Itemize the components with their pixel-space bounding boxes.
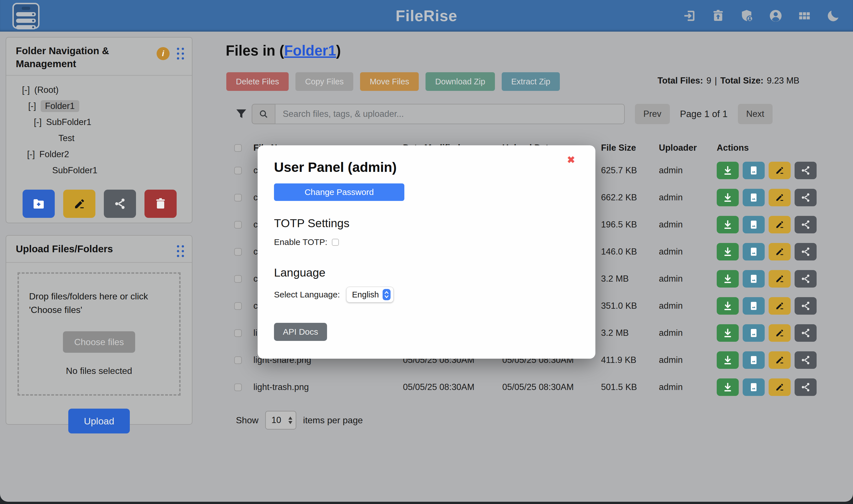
prev-page-button[interactable]: Prev (635, 104, 670, 124)
download-file-button[interactable] (717, 189, 739, 206)
rename-file-button[interactable] (769, 270, 791, 288)
user-profile-icon[interactable] (768, 8, 783, 23)
download-file-button[interactable] (717, 162, 739, 179)
download-file-button[interactable] (717, 216, 739, 233)
extract-zip-button[interactable]: Extract Zip (502, 72, 560, 91)
admin-shield-icon[interactable] (740, 8, 754, 23)
download-file-button[interactable] (717, 351, 739, 369)
main-menu-button[interactable] (13, 3, 39, 29)
tree-item-root[interactable]: [-](Root) (6, 82, 192, 98)
row-actions (717, 378, 836, 396)
delete-folder-button[interactable] (144, 190, 177, 218)
rename-file-button[interactable] (769, 378, 791, 396)
download-file-button[interactable] (717, 297, 739, 314)
current-folder-link[interactable]: Folder1 (284, 42, 336, 59)
preview-file-button[interactable] (743, 378, 765, 396)
pencil-icon (73, 197, 86, 211)
trash-icon (154, 197, 167, 211)
folder-panel-title: Folder Navigation & Management (16, 44, 146, 70)
language-select[interactable]: English (346, 287, 394, 303)
preview-file-button[interactable] (743, 270, 765, 288)
tree-item-folder1[interactable]: [-]Folder1 (6, 98, 192, 114)
rename-folder-button[interactable] (63, 190, 95, 218)
rename-file-button[interactable] (769, 351, 791, 369)
preview-file-button[interactable] (743, 324, 765, 342)
rename-file-button[interactable] (769, 297, 791, 314)
rename-file-button[interactable] (769, 189, 791, 206)
preview-file-button[interactable] (743, 189, 765, 206)
close-icon[interactable]: ✖ (567, 155, 575, 164)
create-folder-button[interactable] (22, 190, 55, 218)
api-docs-button[interactable]: API Docs (274, 323, 327, 341)
row-checkbox[interactable] (234, 383, 242, 391)
col-file-size[interactable]: File Size (601, 143, 659, 153)
move-files-button[interactable]: Move Files (360, 72, 419, 91)
download-file-button[interactable] (717, 270, 739, 288)
rename-file-button[interactable] (769, 243, 791, 260)
tree-item-folder2[interactable]: [-]Folder2 (6, 146, 192, 162)
page-title: Files in (Folder1) (226, 42, 341, 59)
tree-item-subfolder1[interactable]: [-]SubFolder1 (6, 114, 192, 130)
uploader: admin (659, 165, 717, 176)
next-page-button[interactable]: Next (738, 104, 773, 124)
share-file-button[interactable] (795, 216, 817, 233)
share-file-button[interactable] (795, 162, 817, 179)
row-checkbox[interactable] (234, 221, 242, 229)
drag-handle-icon[interactable] (177, 245, 184, 257)
preview-file-button[interactable] (743, 351, 765, 369)
trash-restore-icon[interactable] (711, 8, 725, 23)
choose-files-button[interactable]: Choose files (63, 331, 135, 353)
delete-files-button[interactable]: Delete Files (226, 72, 289, 91)
share-file-button[interactable] (795, 189, 817, 206)
download-zip-button[interactable]: Download Zip (425, 72, 495, 91)
row-checkbox[interactable] (234, 329, 242, 337)
select-all-checkbox[interactable] (234, 144, 242, 152)
rename-file-button[interactable] (769, 324, 791, 342)
upload-panel-title: Upload Files/Folders (16, 242, 113, 255)
download-file-button[interactable] (717, 324, 739, 342)
spinner-arrows-icon (288, 415, 292, 426)
info-icon[interactable]: i (157, 47, 169, 60)
share-file-button[interactable] (795, 270, 817, 288)
copy-files-button[interactable]: Copy Files (295, 72, 353, 91)
row-checkbox[interactable] (234, 194, 242, 201)
grid-view-icon[interactable] (797, 8, 812, 23)
filter-icon[interactable] (235, 107, 248, 121)
share-file-button[interactable] (795, 324, 817, 342)
dark-mode-moon-icon[interactable] (826, 8, 840, 23)
drag-handle-icon[interactable] (177, 48, 184, 59)
uploader: admin (659, 382, 717, 392)
share-file-button[interactable] (795, 378, 817, 396)
tree-item-test[interactable]: Test (6, 130, 192, 146)
file-dropzone[interactable]: Drop files/folders here or click 'Choose… (18, 272, 181, 396)
share-folder-button[interactable] (104, 190, 136, 218)
search-input[interactable] (275, 104, 625, 124)
row-checkbox[interactable] (234, 248, 242, 256)
items-per-page-select[interactable]: 10 (265, 411, 296, 430)
row-checkbox[interactable] (234, 302, 242, 310)
download-file-button[interactable] (717, 378, 739, 396)
row-checkbox[interactable] (234, 275, 242, 283)
rename-file-button[interactable] (769, 162, 791, 179)
logout-icon[interactable] (682, 8, 697, 23)
rename-file-button[interactable] (769, 216, 791, 233)
share-file-button[interactable] (795, 243, 817, 260)
row-checkbox[interactable] (234, 356, 242, 364)
modal-title: User Panel (admin) (274, 159, 579, 175)
change-password-button[interactable]: Change Password (274, 183, 404, 201)
preview-file-button[interactable] (743, 297, 765, 314)
preview-file-button[interactable] (743, 216, 765, 233)
col-uploader[interactable]: Uploader (659, 143, 717, 153)
share-file-button[interactable] (795, 297, 817, 314)
row-checkbox[interactable] (234, 167, 242, 175)
share-file-button[interactable] (795, 351, 817, 369)
preview-file-button[interactable] (743, 162, 765, 179)
enable-totp-checkbox[interactable] (332, 239, 339, 246)
row-actions (717, 189, 836, 206)
download-file-button[interactable] (717, 243, 739, 260)
tree-item-subfolder1-2[interactable]: SubFolder1 (6, 162, 192, 178)
upload-button[interactable]: Upload (68, 409, 130, 433)
folder-plus-icon (32, 197, 46, 211)
preview-file-button[interactable] (743, 243, 765, 260)
top-bar: FileRise (0, 0, 853, 32)
